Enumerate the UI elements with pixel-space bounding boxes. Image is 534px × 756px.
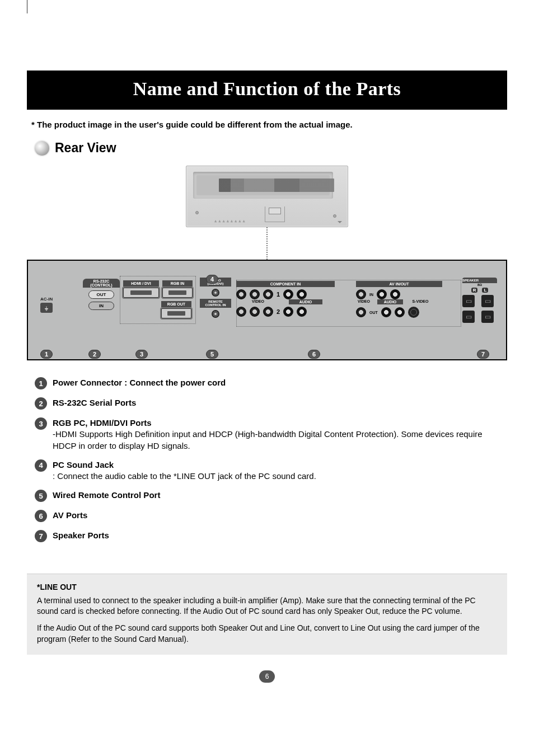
legend-bullet: 6 <box>35 510 47 522</box>
component-header: COMPONENT IN <box>236 281 335 287</box>
rear-panel-diagram: AC-IN RS-232C (CONTROL) OUT IN HDMI / DV… <box>27 260 507 360</box>
legend-title: Speaker Ports <box>53 530 109 540</box>
legend-item-4: 4 PC Sound Jack : Connect the audio cabl… <box>35 459 507 482</box>
rca-video-out-icon <box>356 307 366 317</box>
callout-bullet-7: 7 <box>477 350 489 359</box>
legend-list: 1 Power Connector : Connect the power co… <box>35 377 507 542</box>
overview-port-strip <box>219 179 334 192</box>
rs232-out-port: OUT <box>88 290 114 299</box>
av-in-label: IN <box>369 293 373 297</box>
av-audio-label: AUDIO <box>377 299 403 304</box>
legend-bullet: 2 <box>35 397 47 410</box>
rca-audio-r-icon <box>395 307 405 317</box>
av-in-row: IN <box>356 289 446 299</box>
legend-body: : Connect the audio cable to the *LINE O… <box>53 471 316 481</box>
callout-row: 1 2 3 4 5 6 7 <box>28 349 506 360</box>
legend-bullet: 3 <box>35 417 47 430</box>
page-number-wrap: 6 <box>27 670 507 683</box>
screw-icon <box>195 211 199 214</box>
rs232-cluster: RS-232C (CONTROL) OUT IN <box>83 279 120 313</box>
speaker-l-tag: L <box>482 288 488 293</box>
rca-audio-r-icon <box>297 307 307 317</box>
av-out-row: OUT <box>356 307 446 318</box>
rca-audio-l-icon <box>377 289 387 299</box>
rca-pb-icon <box>250 307 260 317</box>
speaker-header: SPEAKER <box>462 278 497 283</box>
rs232-in-port: IN <box>88 302 114 310</box>
legend-text: Power Connector : Connect the power cord <box>53 377 226 388</box>
callout-bullet-2: 2 <box>88 350 101 359</box>
callout-bullet-1: 1 <box>40 350 53 359</box>
component-row-1: 1 <box>236 289 348 299</box>
footnote-heading: *LINE OUT <box>37 582 497 593</box>
rca-pr-icon <box>263 307 273 317</box>
svideo-port-icon <box>408 307 419 318</box>
svideo-label: S-VIDEO <box>409 299 432 304</box>
speaker-terminal-icon: ▭ <box>462 295 475 307</box>
callout-bullet-6: 6 <box>308 350 320 359</box>
overview-slot <box>265 206 285 222</box>
callout-bullet-3: 3 <box>135 350 148 359</box>
dotted-connector <box>266 227 268 260</box>
legend-title: AV Ports <box>53 510 87 520</box>
legend-title: Wired Remote Control Port <box>53 490 160 500</box>
av-header: AV IN/OUT <box>356 281 442 287</box>
legend-item-2: 2 RS-232C Serial Ports <box>35 397 507 410</box>
crop-mark <box>27 0 27 13</box>
legend-bullet: 7 <box>35 530 47 542</box>
rs232-header: RS-232C (CONTROL) <box>83 279 120 288</box>
footnote-p2: If the Audio Out of the PC sound card su… <box>37 623 497 645</box>
rca-audio-r-icon <box>297 289 307 299</box>
rca-audio-l-icon <box>283 307 293 317</box>
rca-video-in-icon <box>356 289 366 299</box>
rca-y-icon <box>236 307 246 317</box>
legend-text: Speaker Ports <box>53 530 109 541</box>
overview-panel: ▲▲▲▲▲▲▲▲ <box>186 166 348 227</box>
section-heading-row: Rear View <box>35 140 507 156</box>
legend-text: AV Ports <box>53 510 87 521</box>
screw-icon <box>333 214 336 218</box>
component-row-2: 2 <box>236 307 348 317</box>
rca-pr-icon <box>263 289 273 299</box>
av-video-label: VIDEO <box>356 299 372 304</box>
page-number: 6 <box>259 670 275 683</box>
rca-pb-icon <box>250 289 260 299</box>
legend-item-7: 7 Speaker Ports <box>35 530 507 542</box>
legend-item-6: 6 AV Ports <box>35 510 507 522</box>
rca-y-icon <box>236 289 246 299</box>
page: Name and Function of the Parts * The pro… <box>0 0 534 683</box>
legend-item-3: 3 RGB PC, HDMI/DVI Ports -HDMI Supports … <box>35 417 507 452</box>
legend-body: -HDMI Supports High Definition input and… <box>53 429 483 450</box>
component-row1-num: 1 <box>277 291 280 298</box>
section-title: Rear View <box>55 140 116 156</box>
speaker-cluster: SPEAKER 8Ω R L ▭ ▭ ▭ ▭ <box>462 278 497 323</box>
speaker-terminal-icon: ▭ <box>481 295 494 307</box>
speaker-terminal-grid: ▭ ▭ ▭ ▭ <box>462 295 497 323</box>
ac-in-label: AC-IN <box>40 297 53 302</box>
legend-item-5: 5 Wired Remote Control Port <box>35 490 507 502</box>
legend-bullet: 1 <box>35 377 47 389</box>
legend-text: RS-232C Serial Ports <box>53 397 136 408</box>
legend-title: PC Sound Jack <box>53 460 114 469</box>
page-banner: Name and Function of the Parts <box>27 71 507 110</box>
legend-title: RGB PC, HDMI/DVI Ports <box>53 418 152 428</box>
legend-bullet: 5 <box>35 490 47 502</box>
component-cluster: COMPONENT IN 1 VIDEO AUDIO 2 <box>236 281 348 317</box>
callout-bullet-5: 5 <box>206 350 218 359</box>
corner-icon <box>338 221 342 223</box>
footnote-p1: A terminal used to connect to the speake… <box>37 595 497 617</box>
rca-audio-l-icon <box>381 307 391 317</box>
legend-text: Wired Remote Control Port <box>53 490 160 501</box>
rgb-hdmi-cluster: HDMI / DVI RGB IN RGB OUT <box>123 280 196 318</box>
component-video-label: VIDEO <box>236 299 280 304</box>
legend-item-1: 1 Power Connector : Connect the power co… <box>35 377 507 389</box>
line-out-footnote: *LINE OUT A terminal used to connect to … <box>27 574 507 655</box>
av-cluster: AV IN/OUT IN VIDEO AUDIO S-VIDEO OUT <box>356 281 446 318</box>
component-audio-label: AUDIO <box>289 299 322 304</box>
overview-panel-wrap: ▲▲▲▲▲▲▲▲ <box>27 166 507 227</box>
speaker-terminal-icon: ▭ <box>462 311 475 323</box>
legend-text: RGB PC, HDMI/DVI Ports -HDMI Supports Hi… <box>53 417 507 452</box>
rca-audio-r-icon <box>390 289 400 299</box>
vent-dots: ▲▲▲▲▲▲▲▲ <box>214 219 247 223</box>
rca-audio-l-icon <box>283 289 293 299</box>
